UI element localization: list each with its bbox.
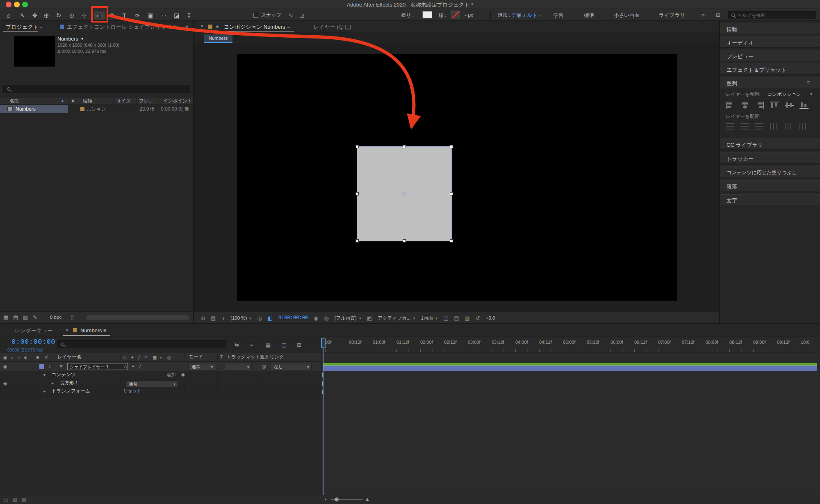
- zoom-tool-button[interactable]: ⊕: [41, 11, 52, 20]
- rectangle-group-label[interactable]: 長方形 1: [60, 380, 78, 386]
- viewer-tab-numbers[interactable]: Numbers: [204, 34, 232, 43]
- selection-handle-n[interactable]: [403, 145, 406, 148]
- selection-handle-s[interactable]: [403, 239, 406, 243]
- composition-mini-flowchart-icon[interactable]: ⇆: [235, 342, 239, 347]
- project-bit-depth[interactable]: 8 bpc: [50, 315, 61, 320]
- column-header-fps[interactable]: フレ...: [139, 98, 153, 104]
- time-ruler[interactable]: 00f 00:12f 01:00f 01:12f 02:00f 02:12f 0…: [321, 337, 820, 352]
- close-tab-icon[interactable]: ×: [66, 327, 69, 333]
- exposure-value[interactable]: +0.0: [486, 316, 495, 320]
- pixel-aspect-icon[interactable]: ◫: [443, 315, 448, 321]
- reset-exposure-icon[interactable]: ↺: [476, 315, 480, 321]
- roto-brush-tool-button[interactable]: ◪: [171, 11, 182, 20]
- layer-duration-bar[interactable]: [323, 366, 817, 371]
- tab-effect-controls[interactable]: エフェクトコントロール シェイプレイヤー 1: [67, 24, 176, 30]
- stroke-width-value[interactable]: - px: [465, 12, 473, 18]
- item-name-caret-icon[interactable]: ▾: [81, 37, 83, 41]
- stroke-color-swatch[interactable]: [451, 11, 460, 18]
- fill-label[interactable]: 塗り :: [401, 12, 414, 18]
- magnification-caret-icon[interactable]: ▾: [249, 316, 251, 320]
- panel-header-align[interactable]: 整列: [720, 77, 820, 88]
- tab-project[interactable]: プロジェクト: [6, 24, 39, 30]
- column-header-size[interactable]: サイズ: [116, 98, 131, 104]
- label-column-icon[interactable]: ◆: [71, 99, 75, 103]
- align-right-button[interactable]: [755, 102, 764, 109]
- trash-icon[interactable]: ▯: [71, 314, 74, 320]
- panel-header-info[interactable]: 情報: [720, 23, 820, 34]
- new-folder-icon[interactable]: ▤: [13, 315, 18, 320]
- trackmatte-dropdown[interactable]: ▾: [225, 363, 252, 370]
- view-count-caret-icon[interactable]: ▾: [435, 316, 437, 320]
- mode-column-header[interactable]: モード: [189, 354, 203, 360]
- puppet-pin-tool-button[interactable]: ↧: [184, 11, 194, 20]
- timeline-button-icon[interactable]: ▤: [454, 315, 459, 321]
- column-header-type[interactable]: 種類: [83, 98, 92, 104]
- expand-open-icon[interactable]: ▾: [43, 373, 46, 377]
- current-time-indicator-head[interactable]: [321, 338, 326, 348]
- selection-handle-w[interactable]: [355, 192, 359, 195]
- timeline-panel-menu-icon[interactable]: ≡: [103, 328, 107, 333]
- column-resize-handle[interactable]: [159, 97, 159, 105]
- audio-column-icon[interactable]: ♪: [11, 355, 13, 360]
- track-area[interactable]: [321, 353, 820, 495]
- snap-options-icon[interactable]: ∿: [289, 13, 293, 18]
- anchor-point[interactable]: [402, 192, 406, 195]
- label-color-swatch[interactable]: [39, 364, 44, 369]
- expand-closed-icon[interactable]: ▸: [43, 389, 46, 393]
- shy-column-icon[interactable]: ◇: [123, 355, 126, 360]
- fast-previews-icon[interactable]: ◩: [367, 315, 372, 321]
- view-count-popup[interactable]: 1画面: [421, 315, 433, 321]
- tab-render-queue[interactable]: レンダーキュー: [15, 327, 53, 334]
- snap-scope-icon[interactable]: ◿: [300, 13, 304, 18]
- panel-header-audio[interactable]: オーディオ: [720, 36, 820, 48]
- expand-layer-switches-icon[interactable]: ▤: [3, 497, 8, 502]
- zoom-out-mountain-icon[interactable]: ▲: [324, 498, 327, 501]
- parent-pickwhip-icon[interactable]: @: [262, 364, 266, 369]
- column-resize-handle[interactable]: [79, 97, 79, 105]
- layer-name-input[interactable]: [68, 364, 128, 370]
- close-tab-icon[interactable]: ×: [200, 23, 204, 29]
- layer-name-column-header[interactable]: レイヤー名: [57, 354, 81, 360]
- layer-quality-icon[interactable]: ╱: [139, 364, 141, 369]
- column-resize-handle[interactable]: [68, 97, 68, 105]
- expand-closed-icon[interactable]: ▸: [52, 381, 54, 385]
- sort-ascending-icon[interactable]: ▲: [61, 99, 64, 103]
- magnification-popup[interactable]: (100 %): [230, 316, 247, 320]
- layer-collapse-icon[interactable]: ✦: [131, 364, 135, 369]
- workspace-library-tab[interactable]: ライブラリ: [659, 12, 685, 18]
- align-bottom-button[interactable]: [800, 102, 809, 109]
- panel-header-character[interactable]: 文字: [720, 194, 820, 205]
- frame-blend-column-icon[interactable]: ▦: [153, 355, 157, 360]
- contents-group-label[interactable]: コンテンツ: [52, 372, 76, 378]
- project-panel-menu-icon[interactable]: ≡: [39, 24, 43, 30]
- layer-name-editbox[interactable]: [67, 363, 128, 370]
- workspace-default-tab[interactable]: デフォルト: [511, 12, 538, 18]
- distribute-left-button[interactable]: [770, 123, 778, 129]
- column-resize-handle[interactable]: [113, 97, 114, 105]
- frame-blending-icon[interactable]: ◫: [281, 342, 286, 347]
- layer-shy-icon[interactable]: ◇: [124, 364, 127, 369]
- fill-color-swatch[interactable]: [422, 11, 432, 18]
- group-visibility-eye-icon[interactable]: ◉: [3, 381, 7, 386]
- clone-stamp-tool-button[interactable]: ▣: [145, 11, 156, 20]
- region-of-interest-icon[interactable]: ◧: [268, 315, 273, 321]
- collapse-column-icon[interactable]: ✦: [130, 355, 134, 360]
- add-property-label[interactable]: 追加:: [166, 372, 177, 378]
- solo-column-icon[interactable]: ○: [17, 355, 20, 360]
- tab-composition[interactable]: コンポジション Numbers: [224, 24, 285, 30]
- parent-dropdown[interactable]: なし ▾: [271, 363, 312, 370]
- workspace-learn-tab[interactable]: 学習: [554, 12, 564, 18]
- panel-header-cc-libraries[interactable]: CC ライブラリ: [720, 138, 820, 150]
- panel-header-paragraph[interactable]: 段落: [720, 180, 820, 191]
- distribute-right-button[interactable]: [800, 123, 808, 129]
- snap-checkbox[interactable]: [253, 13, 258, 18]
- rectangle-blend-mode-dropdown[interactable]: 通常 ▾: [125, 380, 178, 387]
- stroke-label[interactable]: 線 :: [439, 12, 446, 18]
- project-search-input[interactable]: [4, 85, 190, 93]
- camera-caret-icon[interactable]: ▾: [413, 316, 415, 320]
- fx-column-icon[interactable]: fx: [144, 355, 148, 359]
- project-item-name[interactable]: Numbers: [57, 36, 78, 42]
- zoom-in-mountain-icon[interactable]: ▲: [365, 497, 370, 502]
- distribute-bottom-button[interactable]: [755, 123, 763, 129]
- workspace-small-screen-tab[interactable]: 小さい画面: [614, 12, 640, 18]
